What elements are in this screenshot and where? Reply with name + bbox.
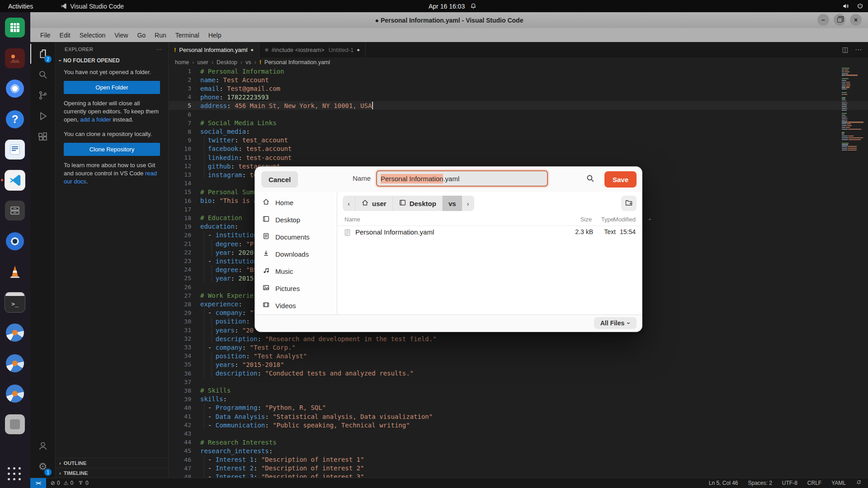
code-line[interactable]: 37	[169, 378, 868, 386]
code-line[interactable]: 43	[169, 429, 868, 438]
clone-repository-button[interactable]: Clone Repository	[64, 143, 160, 156]
tab--include-iostream-[interactable]: ≡#include <iostream>Untitled-1●	[259, 42, 366, 57]
column-size[interactable]: Size	[580, 216, 592, 223]
code-line[interactable]: 35 years: "2015-2018"	[169, 360, 868, 369]
dock-icon-app-swirl[interactable]	[4, 322, 26, 343]
code-line[interactable]: 44# Research Interests	[169, 438, 868, 446]
code-line[interactable]: 11 linkedin: test-account	[169, 153, 868, 162]
eol-sequence[interactable]: CRLF	[807, 480, 821, 486]
place-home[interactable]: Home	[255, 194, 337, 211]
menu-item-selection[interactable]: Selection	[75, 32, 110, 39]
new-folder-button[interactable]	[621, 196, 637, 211]
save-button[interactable]: Save	[604, 171, 637, 188]
activity-settings-gear-icon[interactable]: ⚙1	[30, 457, 55, 477]
outline-section[interactable]: › OUTLINE	[56, 458, 168, 468]
minimize-button[interactable]: –	[817, 14, 829, 26]
path-forward-button[interactable]: ›	[462, 196, 474, 211]
problems-indicator[interactable]: ⊘0 ⚠0	[51, 480, 73, 486]
dock-icon-media-disc[interactable]	[4, 230, 26, 252]
menu-item-help[interactable]: Help	[204, 32, 226, 39]
code-line[interactable]: 7# Social Media Links	[169, 119, 868, 127]
code-line[interactable]: 48 - Interest 3: "Description of interes…	[169, 473, 868, 478]
activity-account-icon[interactable]	[30, 436, 55, 456]
encoding[interactable]: UTF-8	[782, 480, 797, 486]
activities-button[interactable]: Activities	[0, 0, 41, 12]
code-line[interactable]: 40 - Programming: "Python, R, SQL"	[169, 404, 868, 412]
column-type[interactable]: Type	[601, 216, 614, 223]
path-back-button[interactable]: ‹	[343, 196, 355, 211]
breadcrumb-segment-desktop[interactable]: Desktop	[217, 59, 237, 66]
more-actions-icon[interactable]: ⋯	[855, 46, 862, 54]
code-line[interactable]: 8social_media:	[169, 127, 868, 136]
place-videos[interactable]: Videos	[255, 297, 337, 314]
code-line[interactable]: 9 twitter: test_account	[169, 136, 868, 145]
menu-item-view[interactable]: View	[110, 32, 132, 39]
activity-source-control-icon[interactable]	[30, 85, 55, 105]
code-line[interactable]: 46 - Interest 1: "Description of interes…	[169, 455, 868, 464]
window-titlebar[interactable]: ● Personal Information.yaml - Visual Stu…	[30, 12, 868, 28]
code-line[interactable]: 10 facebook: test.account	[169, 145, 868, 153]
filename-input[interactable]: Personal Information.yaml	[376, 170, 548, 187]
code-line[interactable]: 6	[169, 110, 868, 119]
breadcrumb-segment-user[interactable]: user	[197, 59, 208, 66]
file-row[interactable]: Personal Information.yaml2.3 kBText15:54	[337, 226, 642, 239]
explorer-more-icon[interactable]: ···	[156, 47, 162, 52]
code-line[interactable]: 4phone: 17822223593	[169, 93, 868, 101]
path-segment-vs[interactable]: vs	[442, 196, 462, 211]
code-line[interactable]: 1# Personal Information	[169, 67, 868, 75]
code-line[interactable]: 45research_interests:	[169, 446, 868, 455]
notifications-bell-icon[interactable]	[856, 479, 862, 487]
dock-icon-archive-manager[interactable]	[4, 200, 26, 221]
dock-icon-chromium[interactable]	[4, 78, 26, 99]
code-line[interactable]: 34 position: "Test Analyst"	[169, 352, 868, 360]
cursor-position[interactable]: Ln 5, Col 46	[709, 480, 738, 486]
code-line[interactable]: 42 - Communication: "Public speaking, Te…	[169, 421, 868, 429]
place-pictures[interactable]: Pictures	[255, 280, 337, 297]
restore-button[interactable]	[834, 14, 845, 26]
section-no-folder-opened[interactable]: › NO FOLDER OPENED	[56, 56, 168, 66]
dock-icon-app-swirl[interactable]	[4, 352, 26, 374]
timeline-section[interactable]: › TIMELINE	[56, 468, 168, 478]
activity-files-icon[interactable]: 2	[30, 44, 55, 64]
system-status-area[interactable]	[842, 3, 863, 9]
breadcrumb-segment-home[interactable]: home	[175, 59, 189, 66]
menu-item-edit[interactable]: Edit	[55, 32, 75, 39]
activity-search-icon[interactable]	[30, 65, 55, 84]
close-button[interactable]: ×	[850, 14, 862, 26]
place-desktop[interactable]: Desktop	[255, 211, 337, 228]
remote-indicator[interactable]: ><	[30, 478, 46, 488]
code-line[interactable]: 33 - company: "Test Corp."	[169, 343, 868, 352]
code-line[interactable]: 3email: Test@gmail.com	[169, 84, 868, 93]
dock-icon-image-viewer[interactable]	[4, 47, 26, 69]
column-name[interactable]: Name	[344, 216, 360, 223]
language-mode[interactable]: YAML	[831, 480, 846, 486]
dock-icon-vlc[interactable]	[4, 261, 26, 282]
focused-app-indicator[interactable]: Visual Studio Code	[60, 3, 124, 10]
code-line[interactable]: 36 description: "Conducted tests and ana…	[169, 369, 868, 378]
add-a-folder-link[interactable]: add a folder	[80, 116, 111, 123]
dock-icon-help[interactable]: ?	[4, 108, 26, 130]
dock-icon-vscode[interactable]	[4, 169, 26, 191]
code-line[interactable]: 39skills:	[169, 395, 868, 404]
place-documents[interactable]: Documents	[255, 228, 337, 245]
file-type-filter-button[interactable]: All Files ›	[594, 317, 637, 329]
dock-icon-show-apps[interactable]	[4, 463, 26, 484]
dock-icon-terminal[interactable]: >_	[4, 291, 26, 313]
column-modified[interactable]: Modified	[613, 216, 636, 223]
activity-extensions-icon[interactable]	[30, 127, 55, 147]
clock-button[interactable]: Apr 16 16:03	[429, 3, 476, 10]
sort-ascending-icon[interactable]: ›	[646, 218, 653, 220]
dock-icon-gray-app[interactable]	[4, 413, 26, 435]
open-folder-button[interactable]: Open Folder	[64, 81, 160, 94]
place-music[interactable]: Music	[255, 263, 337, 280]
breadcrumb-segment-vs[interactable]: vs	[245, 59, 251, 66]
activity-run-debug-icon[interactable]	[30, 106, 55, 126]
dock-icon-app-swirl[interactable]	[4, 383, 26, 404]
cancel-button[interactable]: Cancel	[261, 171, 298, 188]
path-segment-desktop[interactable]: Desktop	[392, 196, 442, 211]
code-line[interactable]: 38# Skills	[169, 386, 868, 395]
code-line[interactable]: 5address: 456 Main St, New York, NY 1000…	[169, 101, 868, 110]
indentation[interactable]: Spaces: 2	[748, 480, 772, 486]
code-line[interactable]: 47 - Interest 2: "Description of interes…	[169, 464, 868, 473]
tab-personal-information-yaml[interactable]: !Personal Information.yaml●	[169, 42, 259, 57]
